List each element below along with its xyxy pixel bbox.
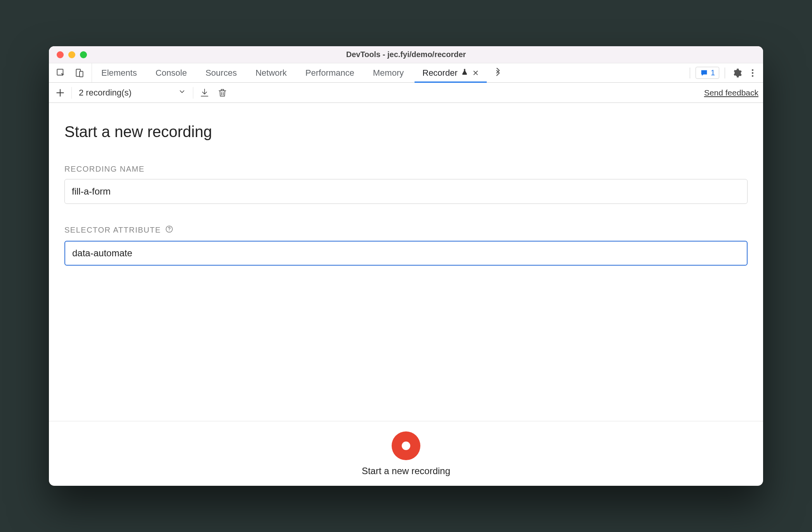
tab-label: Elements	[101, 68, 137, 78]
export-icon[interactable]	[198, 86, 211, 99]
settings-gear-icon[interactable]	[730, 66, 744, 80]
experimental-flask-icon	[461, 68, 468, 78]
tab-elements[interactable]: Elements	[92, 63, 146, 82]
selector-attribute-label-text: SELECTOR ATTRIBUTE	[64, 226, 161, 235]
tab-sources[interactable]: Sources	[196, 63, 246, 82]
start-recording-label: Start a new recording	[362, 466, 450, 476]
tabs-overflow-button[interactable]	[488, 63, 508, 82]
record-icon	[402, 442, 410, 450]
tab-recorder[interactable]: Recorder ✕	[413, 63, 488, 82]
recording-name-field: RECORDING NAME	[64, 165, 748, 204]
new-recording-button[interactable]	[54, 86, 67, 99]
tab-console[interactable]: Console	[146, 63, 196, 82]
window-zoom-button[interactable]	[80, 51, 87, 58]
close-tab-icon[interactable]: ✕	[472, 68, 479, 78]
devtools-window: DevTools - jec.fyi/demo/recorder Element…	[49, 46, 763, 486]
tab-label: Memory	[373, 68, 404, 78]
device-toolbar-icon[interactable]	[73, 66, 86, 80]
recorder-toolbar: 2 recording(s) Send feedback	[49, 83, 763, 103]
recorder-footer: Start a new recording	[49, 421, 763, 486]
divider	[71, 87, 72, 99]
window-minimize-button[interactable]	[68, 51, 75, 58]
help-icon[interactable]	[165, 225, 174, 235]
divider	[690, 68, 690, 78]
issues-count: 1	[711, 68, 715, 77]
inspect-element-icon[interactable]	[54, 66, 68, 80]
tab-memory[interactable]: Memory	[364, 63, 413, 82]
tab-network[interactable]: Network	[246, 63, 296, 82]
divider	[725, 68, 725, 78]
svg-point-3	[752, 69, 753, 71]
divider	[193, 87, 193, 99]
svg-rect-2	[80, 71, 83, 76]
recording-name-label: RECORDING NAME	[64, 165, 748, 174]
send-feedback-link[interactable]: Send feedback	[704, 88, 758, 97]
svg-point-5	[752, 75, 753, 76]
issues-button[interactable]: 1	[696, 67, 719, 79]
window-controls	[49, 51, 87, 58]
recordings-dropdown[interactable]: 2 recording(s)	[76, 88, 188, 98]
start-recording-button[interactable]	[392, 431, 420, 460]
window-close-button[interactable]	[57, 51, 64, 58]
selector-attribute-input[interactable]	[64, 241, 748, 266]
selector-attribute-field: SELECTOR ATTRIBUTE	[64, 225, 748, 266]
titlebar: DevTools - jec.fyi/demo/recorder	[49, 46, 763, 63]
delete-icon[interactable]	[216, 86, 229, 99]
selector-attribute-label: SELECTOR ATTRIBUTE	[64, 225, 748, 235]
chevron-down-icon	[178, 88, 186, 98]
recordings-count-label: 2 recording(s)	[79, 88, 132, 98]
tab-label: Network	[255, 68, 287, 78]
page-title: Start a new recording	[64, 123, 748, 141]
svg-point-4	[752, 72, 753, 73]
tab-label: Console	[156, 68, 187, 78]
tabs-list: Elements Console Sources Network Perform…	[92, 63, 488, 82]
tabs-right: 1	[687, 63, 763, 82]
window-title: DevTools - jec.fyi/demo/recorder	[49, 50, 763, 59]
inspect-tools	[49, 63, 92, 82]
tabs-row: Elements Console Sources Network Perform…	[49, 63, 763, 83]
recorder-content: Start a new recording RECORDING NAME SEL…	[49, 103, 763, 421]
tab-performance[interactable]: Performance	[296, 63, 364, 82]
more-menu-icon[interactable]	[746, 66, 759, 80]
recording-name-input[interactable]	[64, 179, 748, 204]
tab-label: Recorder	[422, 68, 457, 78]
tab-label: Performance	[305, 68, 354, 78]
tab-label: Sources	[205, 68, 237, 78]
